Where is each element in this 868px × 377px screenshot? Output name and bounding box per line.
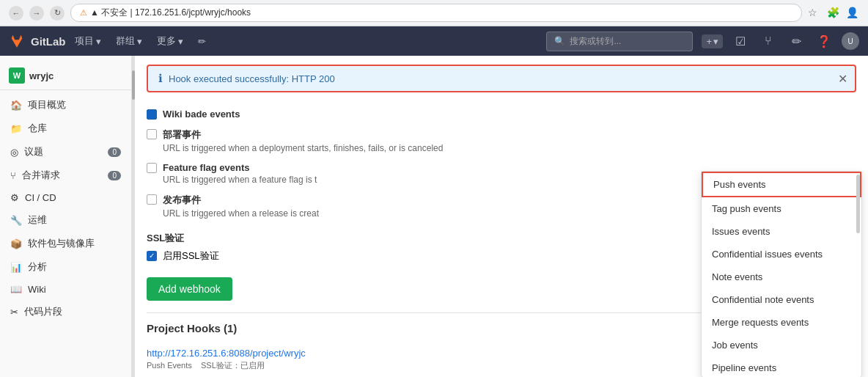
dropdown-item-confidential-issues[interactable]: Confidential issues events <box>702 243 861 266</box>
deploy-events-checkbox[interactable] <box>147 129 157 139</box>
alert-banner: ℹ Hook executed successfully: HTTP 200 ✕ <box>147 65 856 92</box>
back-button[interactable]: ← <box>9 6 23 21</box>
main-layout: W wryjc 🏠 项目概览 📁 仓库 ◎ 议题 0 ⑂ 合并请求 0 <box>0 56 868 377</box>
content-area: ℹ Hook executed successfully: HTTP 200 ✕… <box>135 56 868 377</box>
deploy-events-content: 部署事件 URL is triggered when a deployment … <box>163 128 443 153</box>
top-nav: GitLab 项目 ▾ 群组 ▾ 更多 ▾ ✏ 🔍 搜索或转到... + ▾ ☑… <box>0 26 868 56</box>
home-icon: 🏠 <box>10 100 22 111</box>
sidebar-item-analytics[interactable]: 📊 分析 <box>0 255 131 279</box>
issues-icon: ◎ <box>10 147 18 158</box>
content-wrapper: ℹ Hook executed successfully: HTTP 200 ✕… <box>135 65 868 377</box>
nav-projects[interactable]: 项目 ▾ <box>69 32 107 51</box>
browser-bar: ← → ↻ ⚠ ▲ 不安全 | 172.16.251.6/jcpt/wryjc/… <box>0 0 868 26</box>
ops-icon: 🔧 <box>10 215 22 226</box>
release-events-content: 发布事件 URL is triggered when a release is … <box>163 194 319 219</box>
extension-icon[interactable]: 🧩 <box>827 7 840 20</box>
feature-flag-checkbox[interactable] <box>147 163 157 173</box>
analytics-icon: 📊 <box>10 262 22 273</box>
profile-icon[interactable]: 👤 <box>846 7 859 20</box>
dropdown-item-confidential-note[interactable]: Confidential note events <box>702 288 861 311</box>
dropdown-item-push-events[interactable]: Push events <box>702 172 861 197</box>
feature-flag-content: Feature flag events URL is triggered whe… <box>163 162 317 185</box>
bookmark-icon[interactable]: ☆ <box>808 7 821 20</box>
issues-badge: 0 <box>108 147 121 157</box>
deploy-events-row: 部署事件 URL is triggered when a deployment … <box>147 124 856 158</box>
release-events-checkbox[interactable] <box>147 194 157 205</box>
refresh-button[interactable]: ↻ <box>50 6 65 21</box>
sidebar-item-packages[interactable]: 📦 软件包与镜像库 <box>0 232 131 255</box>
sidebar-item-repo[interactable]: 📁 仓库 <box>0 117 131 140</box>
dropdown-item-issues[interactable]: Issues events <box>702 220 861 243</box>
dropdown-item-tag-push[interactable]: Tag push events <box>702 197 861 220</box>
sidebar-item-snippets[interactable]: ✂ 代码片段 <box>0 300 131 323</box>
gitlab-logo <box>9 33 25 49</box>
packages-icon: 📦 <box>10 238 22 249</box>
nav-avatar[interactable]: U <box>842 32 859 50</box>
nav-help-icon[interactable]: ❓ <box>814 31 834 51</box>
dropdown-scrollbar[interactable] <box>856 172 860 377</box>
nav-more[interactable]: 更多 ▾ <box>151 32 189 51</box>
sidebar-item-wiki[interactable]: 📖 Wiki <box>0 279 131 300</box>
sidebar-item-issues[interactable]: ◎ 议题 0 <box>0 140 131 164</box>
url-text: ▲ 不安全 | 172.16.251.6/jcpt/wryjc/hooks <box>90 7 251 19</box>
nav-pen[interactable]: ✏ <box>192 33 212 50</box>
dropdown-item-merge-requests[interactable]: Merge requests events <box>702 311 861 334</box>
sidebar: W wryjc 🏠 项目概览 📁 仓库 ◎ 议题 0 ⑂ 合并请求 0 <box>0 56 132 377</box>
sidebar-item-mergerequests[interactable]: ⑂ 合并请求 0 <box>0 164 131 187</box>
url-bar[interactable]: ⚠ ▲ 不安全 | 172.16.251.6/jcpt/wryjc/hooks <box>70 4 802 22</box>
sidebar-item-cicd[interactable]: ⚙ CI / CD <box>0 187 131 208</box>
wiki-events-label: Wiki bade events <box>163 109 240 120</box>
merge-icon: ⑂ <box>10 170 16 181</box>
sidebar-item-overview[interactable]: 🏠 项目概览 <box>0 93 131 117</box>
hook-info: http://172.16.251.6:8088/project/wryjc P… <box>147 348 726 371</box>
project-name: wryjc <box>29 70 54 81</box>
ssl-checkbox[interactable]: ✓ <box>147 251 157 261</box>
forward-button[interactable]: → <box>29 6 44 21</box>
sidebar-project-header: W wryjc <box>0 62 131 90</box>
nav-merge-icon[interactable]: ⑂ <box>758 31 779 51</box>
dropdown-scroll: Push events Tag push events Issues event… <box>702 172 861 377</box>
wiki-events-row: Wiki bade events <box>147 104 856 124</box>
alert-message: Hook executed successfully: HTTP 200 <box>169 73 335 84</box>
hook-url[interactable]: http://172.16.251.6:8088/project/wryjc <box>147 348 726 359</box>
dropdown-item-job[interactable]: Job events <box>702 334 861 356</box>
lock-icon: ⚠ <box>80 8 87 18</box>
repo-icon: 📁 <box>10 123 22 134</box>
alert-close-button[interactable]: ✕ <box>838 72 847 86</box>
browser-actions: ☆ 🧩 👤 <box>808 7 859 20</box>
dropdown-item-pipeline[interactable]: Pipeline events <box>702 356 861 377</box>
nav-todo-icon[interactable]: ☑ <box>730 31 751 51</box>
nav-right: + ▾ ☑ ⑂ ✏ ❓ U <box>702 31 859 51</box>
app: GitLab 项目 ▾ 群组 ▾ 更多 ▾ ✏ 🔍 搜索或转到... + ▾ ☑… <box>0 26 868 377</box>
dropdown-item-note[interactable]: Note events <box>702 266 861 288</box>
snippets-icon: ✂ <box>10 307 18 318</box>
dropdown-panel: Push events Tag push events Issues event… <box>701 171 862 377</box>
ssl-checkbox-label: 启用SSL验证 <box>163 249 219 263</box>
nav-groups[interactable]: 群组 ▾ <box>110 32 148 51</box>
cicd-icon: ⚙ <box>10 192 19 203</box>
nav-plus-button[interactable]: + ▾ <box>702 34 723 48</box>
sidebar-item-ops[interactable]: 🔧 运维 <box>0 208 131 232</box>
nav-edit-icon[interactable]: ✏ <box>786 31 806 51</box>
hook-meta: Push Events SSL验证：已启用 <box>147 360 726 371</box>
add-webhook-button[interactable]: Add webhook <box>147 277 232 301</box>
alert-icon: ℹ <box>158 72 163 85</box>
nav-search[interactable]: 🔍 搜索或转到... <box>546 32 693 51</box>
dropdown-scrollbar-thumb[interactable] <box>856 175 860 233</box>
mergerequests-badge: 0 <box>108 171 121 180</box>
wiki-events-checkbox[interactable] <box>147 109 157 120</box>
wiki-icon: 📖 <box>10 284 22 295</box>
project-avatar: W <box>9 67 25 84</box>
nav-brand[interactable]: GitLab <box>31 35 66 48</box>
